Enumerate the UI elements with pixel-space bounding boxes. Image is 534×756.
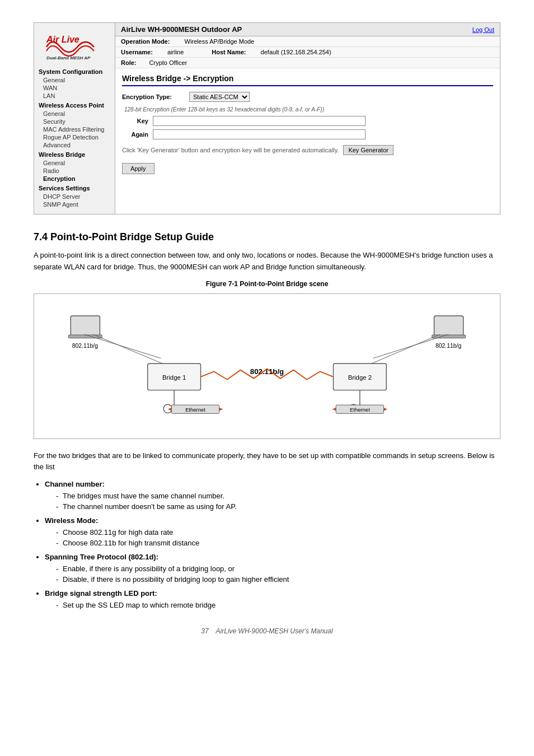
main-panel: AirLive WH-9000MESH Outdoor AP Log Out O…	[115, 23, 500, 214]
hostname-label: Host Name:	[212, 49, 246, 55]
logout-button[interactable]: Log Out	[472, 26, 494, 33]
role-label: Role:	[121, 59, 137, 66]
footer-page: 37	[201, 627, 208, 635]
svg-line-8	[93, 334, 169, 366]
sidebar-item-general-wap[interactable]: General	[34, 110, 115, 118]
hostname-group: Host Name: default (192.168.254.254)	[212, 49, 342, 55]
role-value: Crypto Officer	[149, 59, 188, 66]
panel-title: AirLive WH-9000MESH Outdoor AP	[121, 25, 242, 34]
sidebar-item-general-bridge[interactable]: General	[34, 159, 115, 167]
page-footer: 37 AirLive WH-9000-MESH User's Manual	[34, 627, 500, 635]
top-bar: AirLive WH-9000MESH Outdoor AP Log Out	[115, 23, 500, 36]
username-label: Username:	[121, 49, 153, 55]
channel-sub-1: The bridges must have the same channel n…	[56, 491, 500, 501]
channel-sub-list: The bridges must have the same channel n…	[56, 491, 500, 512]
sidebar-item-dhcp[interactable]: DHCP Server	[34, 193, 115, 200]
bullet-channel: Channel number: The bridges must have th…	[45, 480, 500, 512]
key-generator-button[interactable]: Key Generator	[343, 145, 394, 155]
sidebar-section-title-bridge: Wireless Bridge	[34, 149, 115, 159]
stp-sub-list: Enable, if there is any possibility of a…	[56, 563, 500, 585]
svg-text:Bridge 1: Bridge 1	[162, 374, 186, 380]
sidebar-section-title-services: Services Settings	[34, 183, 115, 193]
sidebar-section-bridge: Wireless Bridge General Radio Encryption	[34, 149, 115, 183]
description-text: For the two bridges that are to be linke…	[34, 450, 500, 474]
svg-text:802.11b/g: 802.11b/g	[72, 342, 99, 348]
sidebar-section-system: System Configuration General WAN LAN	[34, 66, 115, 100]
bridge-signal-sub-list: Set up the SS LED map to which remote br…	[56, 600, 500, 610]
stp-sub-2: Disable, if there is no possibility of b…	[56, 574, 500, 585]
svg-line-10	[365, 334, 440, 366]
again-input[interactable]	[153, 129, 366, 139]
sidebar-section-title-wap: Wireless Access Point	[34, 100, 115, 110]
bullet-bridge-signal: Bridge signal strength LED port: Set up …	[45, 589, 500, 610]
bridge-signal-sub-1: Set up the SS LED map to which remote br…	[56, 600, 500, 610]
channel-sub-2: The channel number doesn't be same as us…	[56, 501, 500, 512]
section-heading: 7.4 Point-to-Point Bridge Setup Guide	[34, 231, 500, 243]
svg-text:Dual-Band MESH AP: Dual-Band MESH AP	[46, 55, 91, 60]
svg-text:Ethernet: Ethernet	[185, 406, 205, 412]
bridge-diagram-svg: 802.11b/g 802.11b/g Bridge 1 Bridge 2	[51, 305, 483, 427]
wireless-mode-sub-list: Choose 802.11g for high data rate Choose…	[56, 527, 500, 548]
key-label: Key	[122, 118, 153, 124]
sidebar-section-wap: Wireless Access Point General Security M…	[34, 100, 115, 149]
encryption-note: 128-bit Encryption (Enter 128-bit keys a…	[122, 106, 493, 113]
svg-marker-24	[219, 408, 223, 411]
key-input[interactable]	[153, 116, 366, 126]
sidebar-item-lan[interactable]: LAN	[34, 92, 115, 100]
wireless-mode-label: Wireless Mode:	[45, 516, 98, 525]
bullet-wireless-mode: Wireless Mode: Choose 802.11g for high d…	[45, 516, 500, 548]
stp-sub-1: Enable, if there is any possibility of a…	[56, 563, 500, 574]
again-label: Again	[122, 131, 153, 138]
sidebar-item-security[interactable]: Security	[34, 118, 115, 125]
operation-mode-label: Operation Mode: Wireless AP/Bridge Mode	[121, 38, 265, 45]
bullet-stp: Spanning Tree Protocol (802.1d): Enable,…	[45, 553, 500, 585]
username-value: airline	[167, 49, 184, 55]
sidebar-item-wan[interactable]: WAN	[34, 84, 115, 92]
hostname-value: default (192.168.254.254)	[261, 49, 331, 55]
bullet-list: Channel number: The bridges must have th…	[45, 480, 500, 610]
sidebar-item-radio[interactable]: Radio	[34, 167, 115, 175]
svg-rect-3	[69, 335, 102, 338]
operation-mode-value: Wireless AP/Bridge Mode	[185, 38, 255, 45]
ui-panel: Air Live Dual-Band MESH AP System Config…	[34, 22, 500, 214]
figure-title: Figure 7-1 Point-to-Point Bridge scene	[34, 280, 500, 288]
sidebar-item-encryption[interactable]: Encryption	[34, 175, 115, 183]
figure-box: 802.11b/g 802.11b/g Bridge 1 Bridge 2	[34, 293, 500, 439]
sidebar-section-title-system: System Configuration	[34, 66, 115, 76]
wireless-mode-sub-2: Choose 802.11b for high transmit distanc…	[56, 538, 500, 548]
info-row-role: Role: Crypto Officer	[115, 58, 500, 68]
sidebar-item-advanced[interactable]: Advanced	[34, 141, 115, 149]
username-group: Username: airline	[121, 49, 195, 55]
sidebar-item-general-sys[interactable]: General	[34, 76, 115, 84]
key-row: Key	[122, 116, 493, 126]
apply-button[interactable]: Apply	[122, 163, 154, 174]
encryption-type-select[interactable]: Static AES-CCM None WEP	[189, 92, 250, 102]
svg-text:Air Live: Air Live	[46, 35, 79, 44]
sidebar-item-rogue-ap[interactable]: Rogue AP Detection	[34, 133, 115, 141]
encryption-type-label: Encryption Type:	[122, 94, 189, 100]
footer-text: AirLive WH-9000-MESH User's Manual	[216, 627, 333, 635]
bullet-channel-label: Channel number:	[45, 480, 105, 488]
wireless-mode-sub-1: Choose 802.11g for high data rate	[56, 527, 500, 538]
sidebar-section-services: Services Settings DHCP Server SNMP Agent	[34, 183, 115, 208]
info-row-user: Username: airline Host Name: default (19…	[115, 47, 500, 58]
document-content: 7.4 Point-to-Point Bridge Setup Guide A …	[34, 231, 500, 646]
svg-marker-27	[332, 408, 336, 411]
form-area: Wireless Bridge -> Encryption Encryption…	[115, 68, 500, 214]
logo-airlive: Air Live Dual-Band MESH AP	[37, 31, 112, 63]
key-gen-row: Click 'Key Generator' button and encrypt…	[122, 145, 493, 155]
svg-marker-28	[384, 408, 388, 411]
sidebar-item-snmp[interactable]: SNMP Agent	[34, 200, 115, 208]
bridge-signal-label: Bridge signal strength LED port:	[45, 589, 157, 598]
sidebar-item-mac-filtering[interactable]: MAC Address Filtering	[34, 125, 115, 133]
form-title: Wireless Bridge -> Encryption	[122, 74, 493, 86]
again-row: Again	[122, 129, 493, 139]
svg-rect-5	[434, 316, 463, 336]
svg-text:802.11b/g: 802.11b/g	[435, 342, 462, 348]
key-gen-text: Click 'Key Generator' button and encrypt…	[122, 147, 339, 153]
svg-text:Bridge 2: Bridge 2	[348, 374, 372, 380]
logo: Air Live Dual-Band MESH AP	[34, 29, 115, 66]
info-row-operation: Operation Mode: Wireless AP/Bridge Mode	[115, 36, 500, 47]
encryption-type-row: Encryption Type: Static AES-CCM None WEP	[122, 92, 493, 102]
stp-label: Spanning Tree Protocol (802.1d):	[45, 553, 158, 561]
